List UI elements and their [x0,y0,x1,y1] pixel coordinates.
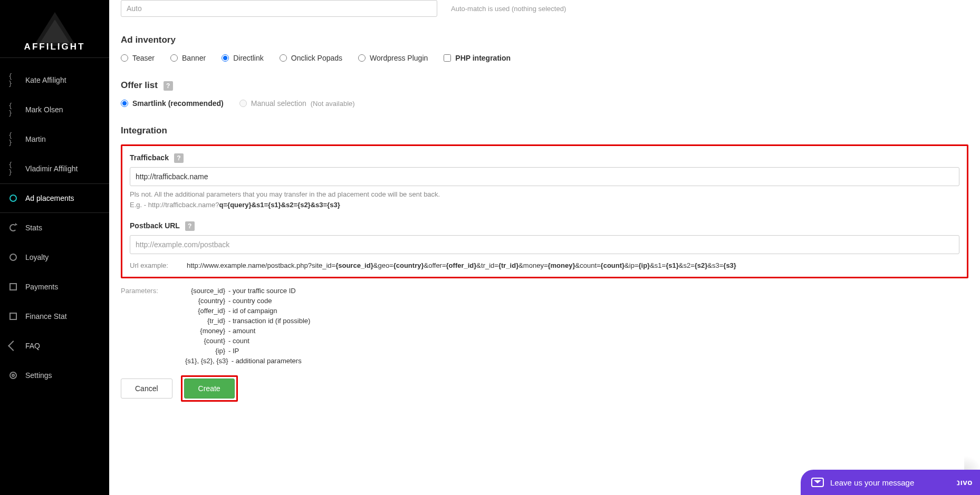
envelope-icon [811,478,824,487]
sidebar-item-label: Kate Affilight [25,76,66,84]
checkbox-php-integration[interactable] [444,54,451,62]
radio-banner[interactable] [170,54,178,62]
offer-list-heading-text: Offer list [121,80,158,90]
brand-logo[interactable]: AFFILIGHT [0,0,109,58]
option-label: Directlink [233,54,264,62]
sidebar-nav: { }Kate Affilight{ }Mark Olsen{ }Martin{… [0,58,109,390]
ad-inventory-banner[interactable]: Banner [170,54,206,62]
sidebar-item-label: Ad placements [25,194,74,202]
ad-inventory-onclick-popads[interactable]: Onclick Popads [280,54,342,62]
sidebar-item-payments[interactable]: Payments [0,272,109,302]
postback-label-text: Postback URL [130,221,180,230]
trafficback-example: E.g. - http://trafficback.name?q={query}… [130,201,959,209]
square-icon [8,312,18,321]
option-label: Manual selection [251,99,306,108]
ad-inventory-heading: Ad inventory [121,35,968,45]
param-key: {s1}, {s2}, {s3} [185,357,228,365]
option-label: Smartlink (recommended) [132,99,224,108]
sidebar-item-label: Vladimir Affilight [25,164,78,173]
diamond-icon [8,341,18,351]
sidebar-item-loyalty[interactable]: Loyalty [0,242,109,272]
param-key: {count} [185,337,225,345]
category-select[interactable]: Auto [121,0,437,17]
param-desc: - your traffic source ID [228,287,296,295]
url-example: Url example: http://www.example.name/pos… [130,261,959,269]
parameters-label: Parameters: [121,287,169,367]
braces-icon: { } [8,105,18,114]
sidebar-item-settings[interactable]: Settings [0,361,109,390]
param-key: {offer_id} [185,307,225,315]
help-icon[interactable]: ? [174,153,184,163]
sidebar-item-kate-affilight[interactable]: { }Kate Affilight [0,65,109,95]
parameter-row: {ip} - IP [185,347,310,355]
braces-icon: { } [8,164,18,173]
parameters-block: Parameters: {source_id} - your traffic s… [121,287,968,367]
trafficback-eg-bold: q={query}&s1={s1}&s2={s2}&s3={s3} [219,201,340,209]
offer-list-options: Smartlink (recommended)Manual selection … [121,99,968,108]
ad-inventory-php-integration[interactable]: PHP integration [444,54,511,62]
cancel-button[interactable]: Cancel [121,378,172,399]
param-key: {source_id} [185,287,225,295]
param-key: {ip} [185,347,225,355]
offer-list-heading: Offer list ? [121,80,968,91]
option-label: Wordpress Plugin [370,54,428,62]
sidebar-item-ad-placements[interactable]: Ad placements [0,183,109,213]
sidebar: AFFILIGHT { }Kate Affilight{ }Mark Olsen… [0,0,109,495]
radio-teaser[interactable] [121,54,128,62]
parameter-row: {s1}, {s2}, {s3} - additional parameters [185,357,310,365]
help-icon[interactable]: ? [164,81,173,91]
param-desc: - id of campaign [228,307,277,315]
param-desc: - country code [228,297,272,305]
param-desc: - amount [228,327,255,335]
sidebar-item-label: Finance Stat [25,312,67,321]
help-icon[interactable]: ? [185,221,195,231]
parameter-row: {country} - country code [185,297,310,305]
sidebar-item-martin[interactable]: { }Martin [0,124,109,154]
radio-wordpress-plugin[interactable] [358,54,366,62]
sidebar-item-faq[interactable]: FAQ [0,331,109,361]
reload-icon [8,223,18,232]
offer-option-smartlink-recommended-[interactable]: Smartlink (recommended) [121,99,224,108]
automatch-hint: Auto-match is used (nothing selected) [451,5,566,13]
sidebar-item-mark-olsen[interactable]: { }Mark Olsen [0,95,109,124]
sidebar-item-label: Settings [25,371,52,380]
braces-icon: { } [8,134,18,144]
ad-inventory-options: TeaserBannerDirectlinkOnclick PopadsWord… [121,54,968,62]
square-icon [8,282,18,292]
sidebar-item-label: Payments [25,283,58,291]
chat-text: Leave us your message [830,478,914,487]
parameter-row: {count} - count [185,337,310,345]
radio-offer[interactable] [121,100,128,107]
postback-input[interactable] [130,235,959,254]
main-content: Auto Auto-match is used (nothing selecte… [109,0,980,495]
integration-highlight-box: Trafficback ? Pls not. All the additiona… [121,144,968,278]
create-button-highlight: Create [181,375,238,402]
sidebar-item-finance-stat[interactable]: Finance Stat [0,302,109,331]
trafficback-label: Trafficback ? [130,153,959,163]
postback-label: Postback URL ? [130,221,959,231]
url-example-value: http://www.example.name/postback.php?sit… [187,261,736,269]
parameter-row: {money} - amount [185,327,310,335]
option-label: Teaser [132,54,155,62]
radio-onclick-popads[interactable] [280,54,287,62]
trafficback-input[interactable] [130,167,959,186]
sidebar-item-label: Loyalty [25,253,49,261]
sidebar-item-vladimir-affilight[interactable]: { }Vladimir Affilight [0,154,109,183]
option-label: PHP integration [455,54,511,62]
parameters-list: {source_id} - your traffic source ID{cou… [185,287,310,367]
param-key: {tr_id} [185,317,225,325]
param-desc: - IP [228,347,239,355]
ad-inventory-teaser[interactable]: Teaser [121,54,155,62]
radio-offer [239,100,247,107]
circle-icon [8,193,18,203]
sidebar-item-stats[interactable]: Stats [0,213,109,242]
ad-inventory-wordpress-plugin[interactable]: Wordpress Plugin [358,54,428,62]
circle-icon [8,253,18,262]
trafficback-note: Pls not. All the additional parameters t… [130,189,959,200]
braces-icon: { } [8,75,18,85]
ad-inventory-directlink[interactable]: Directlink [222,54,264,62]
create-button[interactable]: Create [184,378,235,399]
radio-directlink[interactable] [222,54,229,62]
option-label: Banner [182,54,206,62]
chat-widget[interactable]: Leave us your message נıvo [801,470,980,495]
